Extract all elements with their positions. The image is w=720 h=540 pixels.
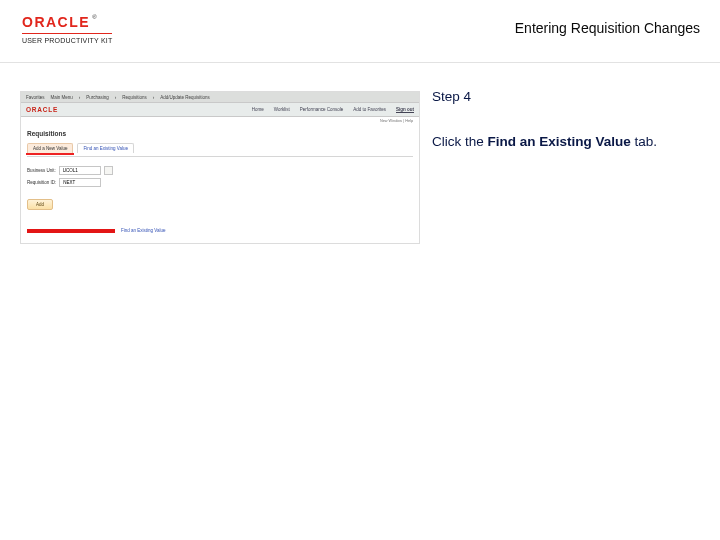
app-breadcrumb: Favorites Main Menu › Purchasing › Requi…: [21, 92, 419, 102]
tab-strip: Add a New Value Find an Existing Value: [27, 143, 413, 153]
app-logo: ORACLE: [26, 106, 58, 113]
field-business-unit: Business Unit:: [27, 166, 413, 175]
tab-label: Add a New Value: [33, 146, 67, 151]
crumb-item[interactable]: Purchasing: [86, 95, 109, 100]
brand-divider: [22, 33, 112, 34]
tab-add-new-value[interactable]: Add a New Value: [27, 143, 73, 153]
instruction-prefix: Click the: [432, 134, 488, 149]
instruction-line: Click the Find an Existing Value tab.: [432, 134, 692, 149]
add-button[interactable]: Add: [27, 199, 53, 210]
tab-label: Find an Existing Value: [83, 146, 127, 151]
brand-subtitle: USER PRODUCTIVITY KIT: [22, 37, 112, 44]
nav-worklist[interactable]: Worklist: [274, 107, 290, 112]
brand-word: ORACLE: [22, 14, 90, 30]
nav-performance[interactable]: Performance Console: [300, 107, 344, 112]
nav-sign-out[interactable]: Sign out: [396, 107, 414, 112]
crumb-item[interactable]: Favorites: [26, 95, 45, 100]
tab-underline: [27, 156, 413, 157]
crumb-item[interactable]: Add/Update Requisitions: [160, 95, 210, 100]
instruction-bold: Find an Existing Value: [488, 134, 631, 149]
nav-add-favorites[interactable]: Add to Favorites: [353, 107, 386, 112]
find-existing-value-highlight: [27, 229, 115, 233]
tab-highlight: [26, 153, 74, 155]
find-existing-value-link[interactable]: Find an Existing Value: [121, 228, 165, 233]
app-screenshot: Favorites Main Menu › Purchasing › Requi…: [20, 91, 420, 244]
tab-find-existing-value[interactable]: Find an Existing Value: [77, 143, 133, 153]
nav-home[interactable]: Home: [252, 107, 264, 112]
app-page-heading: Requisitions: [27, 130, 413, 137]
crumb-item[interactable]: Main Menu: [51, 95, 73, 100]
app-window-links[interactable]: New Window | Help: [21, 117, 419, 125]
crumb-item[interactable]: Requisitions: [122, 95, 147, 100]
field-requisition-id: Requisition ID:: [27, 178, 413, 187]
requisition-id-input[interactable]: [59, 178, 101, 187]
brand-block: ORACLE ® USER PRODUCTIVITY KIT: [22, 14, 112, 44]
field-label: Business Unit:: [27, 168, 56, 173]
app-top-nav: Home Worklist Performance Console Add to…: [252, 107, 414, 112]
step-label: Step 4: [432, 89, 692, 104]
instruction-suffix: tab.: [631, 134, 657, 149]
page-title: Entering Requisition Changes: [515, 14, 700, 36]
lookup-icon[interactable]: [104, 166, 113, 175]
business-unit-input[interactable]: [59, 166, 101, 175]
trademark-icon: ®: [92, 14, 96, 20]
field-label: Requisition ID:: [27, 180, 56, 185]
